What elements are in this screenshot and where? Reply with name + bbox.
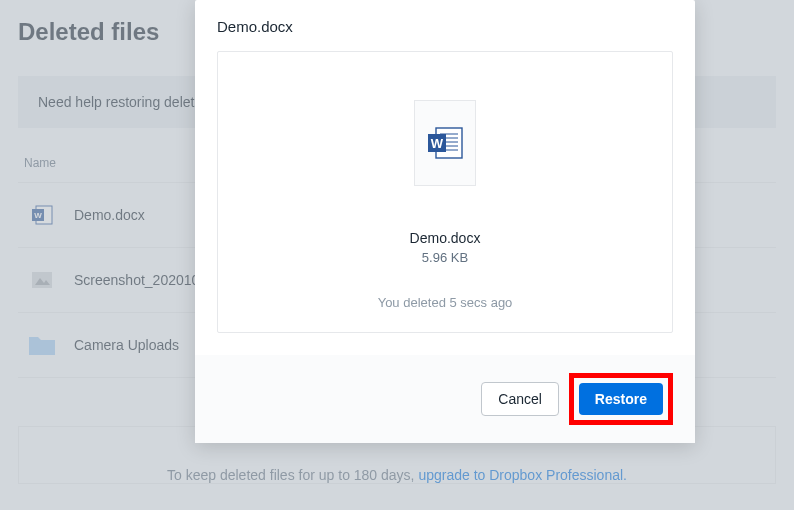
file-thumbnail: W [414,100,476,186]
svg-text:W: W [431,136,444,151]
modal-footer: Cancel Restore [195,355,695,443]
restore-highlight: Restore [569,373,673,425]
restore-button[interactable]: Restore [579,383,663,415]
preview-deleted-text: You deleted 5 secs ago [238,295,652,310]
restore-modal: Demo.docx W Demo.docx 5.96 KB You delete… [195,0,695,443]
file-preview: W Demo.docx 5.96 KB You deleted 5 secs a… [217,51,673,333]
preview-filename: Demo.docx [238,230,652,246]
modal-body: W Demo.docx 5.96 KB You deleted 5 secs a… [195,41,695,355]
preview-filesize: 5.96 KB [238,250,652,265]
modal-title: Demo.docx [195,0,695,41]
cancel-button[interactable]: Cancel [481,382,559,416]
